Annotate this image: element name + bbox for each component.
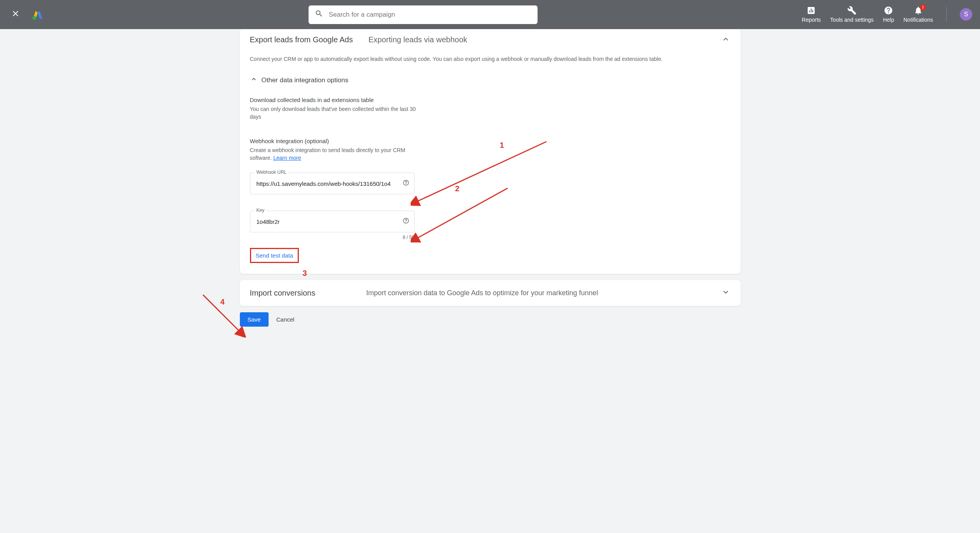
chevron-down-icon <box>721 287 730 299</box>
cancel-button[interactable]: Cancel <box>276 316 295 323</box>
annotation-3: 3 <box>303 269 307 278</box>
notification-badge: ! <box>920 4 926 10</box>
other-options-label: Other data integration options <box>262 76 349 84</box>
import-title: Import conversions <box>250 289 328 298</box>
close-button[interactable] <box>8 9 23 21</box>
char-count: 8 / 50 <box>250 235 415 240</box>
search-box[interactable] <box>309 5 538 24</box>
import-desc: Import conversion data to Google Ads to … <box>366 289 598 297</box>
webhook-url-input[interactable] <box>250 173 415 194</box>
annotation-4: 4 <box>220 298 225 306</box>
help-icon <box>884 6 893 15</box>
help-label: Help <box>883 17 894 23</box>
download-section-title: Download collected leads in ad extension… <box>250 97 417 103</box>
annotation-2: 2 <box>455 184 460 193</box>
key-input[interactable] <box>250 211 415 232</box>
other-options-toggle[interactable]: Other data integration options <box>250 75 730 85</box>
webhook-section-title: Webhook integration (optional) <box>250 138 417 144</box>
send-test-data-button[interactable]: Send test data <box>250 248 299 263</box>
wrench-icon <box>847 6 857 15</box>
import-conversions-card[interactable]: Import conversions Import conversion dat… <box>240 280 741 306</box>
chevron-up-icon <box>250 75 258 85</box>
divider <box>946 7 947 22</box>
download-section-desc: You can only download leads that've been… <box>250 106 417 121</box>
reports-label: Reports <box>802 17 821 23</box>
notifications-label: Notifications <box>904 17 933 23</box>
webhook-url-field: Webhook URL <box>250 173 415 194</box>
svg-point-4 <box>406 222 406 222</box>
svg-point-2 <box>406 184 406 184</box>
key-label: Key <box>255 208 267 213</box>
help-button[interactable]: Help <box>883 6 894 23</box>
svg-line-8 <box>416 188 508 239</box>
key-field: Key <box>250 211 415 232</box>
svg-line-6 <box>416 142 546 202</box>
webhook-url-label: Webhook URL <box>255 170 289 175</box>
tools-button[interactable]: Tools and settings <box>830 6 874 23</box>
google-ads-logo <box>31 8 44 21</box>
save-button[interactable]: Save <box>240 312 269 327</box>
webhook-section-desc: Create a webhook integration to send lea… <box>250 147 417 162</box>
learn-more-link[interactable]: Learn more <box>273 155 301 161</box>
annotation-1: 1 <box>500 141 504 150</box>
svg-line-10 <box>203 295 240 332</box>
user-avatar[interactable]: S <box>960 8 972 21</box>
search-icon <box>315 9 323 20</box>
collapse-button[interactable] <box>721 35 730 46</box>
help-icon[interactable] <box>403 180 409 187</box>
reports-button[interactable]: Reports <box>802 6 821 23</box>
card-title: Export leads from Google Ads <box>250 35 353 44</box>
notifications-button[interactable]: ! Notifications <box>904 6 933 23</box>
search-input[interactable] <box>329 11 531 19</box>
help-icon[interactable] <box>403 218 409 225</box>
reports-icon <box>807 6 816 15</box>
app-header: Reports Tools and settings Help ! Notifi… <box>0 0 980 29</box>
card-subtitle: Exporting leads via webhook <box>368 35 467 44</box>
export-leads-card: Export leads from Google Ads Exporting l… <box>240 29 741 274</box>
card-description: Connect your CRM or app to automatically… <box>250 56 730 62</box>
svg-point-0 <box>32 16 36 20</box>
tools-label: Tools and settings <box>830 17 874 23</box>
